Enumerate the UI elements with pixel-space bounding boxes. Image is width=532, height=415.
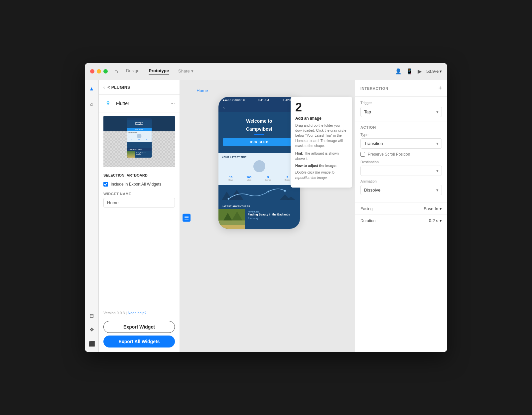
adventure-text: Adventures Finding Beauty in the Badland… bbox=[245, 209, 300, 229]
duration-select[interactable]: 0.2 s ▾ bbox=[429, 218, 442, 223]
interaction-title: INTERACTION bbox=[360, 86, 388, 90]
preserve-scroll-checkbox-field[interactable]: Preserve Scroll Position bbox=[360, 152, 442, 157]
zoom-control[interactable]: 53.9% ▾ bbox=[426, 69, 442, 74]
phone-home-icon: ⌂ bbox=[222, 106, 225, 110]
tab-design[interactable]: Design bbox=[126, 68, 139, 74]
duration-row: Duration 0.2 s ▾ bbox=[355, 215, 447, 226]
hamburger-line bbox=[185, 216, 189, 217]
type-value: Transition bbox=[364, 141, 383, 146]
chevron-down-icon: ▾ bbox=[440, 206, 442, 211]
selection-info: SELECTION: ARTBOARD bbox=[99, 171, 180, 180]
duration-label: Duration bbox=[360, 218, 375, 223]
phone-mockup: ●●●○○ Carrier ≋ 9:41 AM ✦ 42% 🔋 ⌂ ⌕ Welc… bbox=[218, 97, 300, 229]
help-panel: 2 Add an image Drag and drop the folder … bbox=[291, 97, 352, 188]
type-select-wrapper: Transition ▾ bbox=[360, 138, 442, 149]
blog-button[interactable]: OUR BLOG bbox=[223, 138, 295, 146]
tab-prototype[interactable]: Prototype bbox=[149, 68, 169, 74]
phone-nav-bar: ⌂ ⌕ bbox=[218, 103, 300, 112]
main-layout: ▲ ⌕ ⊟ ❖ ⬛ ‹ < PLUGINS bbox=[85, 80, 447, 352]
adventure-card: Adventures Finding Beauty in the Badland… bbox=[218, 209, 300, 229]
maximize-button[interactable] bbox=[103, 69, 108, 73]
traffic-lights bbox=[90, 69, 108, 73]
svg-marker-2 bbox=[106, 101, 110, 102]
step-number: 2 bbox=[295, 101, 347, 113]
type-row: Type Transition ▾ bbox=[360, 133, 442, 149]
easing-select[interactable]: Ease In ▾ bbox=[424, 206, 442, 211]
animation-label: Animation bbox=[360, 179, 442, 183]
action-section: ACTION Type Transition ▾ Preserve Scroll… bbox=[355, 121, 447, 203]
add-interaction-button[interactable]: + bbox=[438, 85, 442, 92]
tab-share[interactable]: Share ▾ bbox=[178, 68, 194, 74]
trigger-select[interactable]: Tap ▾ bbox=[360, 107, 442, 117]
help-text: Drag and drop the folder you downloaded.… bbox=[295, 123, 347, 148]
need-help-link[interactable]: Need help? bbox=[128, 311, 146, 315]
hamburger-button[interactable] bbox=[183, 214, 191, 222]
easing-value: Ease In bbox=[424, 206, 438, 211]
play-icon[interactable]: ▶ bbox=[418, 68, 422, 74]
how-to-title: How to adjust the image: bbox=[295, 164, 336, 168]
right-panel: INTERACTION + Trigger Tap ▾ ACTION Type bbox=[355, 80, 447, 352]
widget-name-section: WIDGET NAME bbox=[99, 189, 180, 209]
svg-rect-3 bbox=[218, 185, 300, 203]
device-icon[interactable]: 📱 bbox=[406, 68, 413, 74]
svg-point-7 bbox=[268, 191, 269, 193]
phone-hero: Welcome to Campvibes! OUR BLOG bbox=[218, 112, 300, 153]
version-row: Version 0.0.3 | Need help? bbox=[99, 308, 180, 318]
phone-status-bar: ●●●○○ Carrier ≋ 9:41 AM ✦ 42% 🔋 bbox=[218, 97, 300, 103]
chevron-down-icon: ▾ bbox=[436, 141, 438, 146]
select-tool-icon[interactable]: ▲ bbox=[87, 84, 96, 93]
hamburger-line bbox=[185, 217, 189, 218]
destination-select[interactable]: — ▾ bbox=[360, 166, 442, 176]
home-icon[interactable]: ⌂ bbox=[114, 68, 118, 75]
app-window: ⌂ Design Prototype Share ▾ 👤 📱 ▶ 53.9% ▾… bbox=[85, 63, 447, 352]
stat-miles: 160 Miles bbox=[246, 176, 251, 181]
latest-adventures-header: LATEST ADVENTURES bbox=[218, 203, 300, 209]
hint-label: Hint: bbox=[295, 151, 303, 155]
widget-name-input[interactable] bbox=[103, 198, 175, 208]
plugin-more-button[interactable]: ··· bbox=[171, 100, 175, 106]
chevron-down-icon: ▾ bbox=[440, 69, 442, 74]
destination-row: Destination — ▾ bbox=[360, 160, 442, 176]
animation-row: Animation Dissolve ▾ bbox=[360, 179, 442, 195]
adventure-title: Finding Beauty in the Badlands bbox=[248, 213, 297, 216]
trip-avatar bbox=[253, 160, 265, 172]
preserve-scroll-checkbox[interactable] bbox=[360, 152, 365, 157]
preserve-scroll-label: Preserve Scroll Position bbox=[368, 152, 410, 157]
animation-value: Dissolve bbox=[364, 188, 380, 193]
type-label: Type bbox=[360, 133, 442, 137]
svg-rect-13 bbox=[218, 225, 245, 229]
chevron-down-icon: ▾ bbox=[440, 218, 442, 223]
plugin-header: ‹ < PLUGINS bbox=[99, 80, 180, 95]
phone-map-section bbox=[218, 185, 300, 203]
export-all-widgets-button[interactable]: Export All Widgets bbox=[103, 336, 175, 347]
adventure-time: 2 hours ago bbox=[248, 217, 297, 219]
plugins-icon[interactable]: ⬛ bbox=[87, 339, 96, 348]
export-widget-button[interactable]: Export Widget bbox=[103, 321, 175, 333]
flutter-plugin-item[interactable]: Flutter ··· bbox=[99, 95, 180, 112]
phone-trip-section: YOUR LATEST TRIP ⏱ 10 Days 160 Miles bbox=[218, 153, 300, 185]
trigger-label: Trigger bbox=[360, 101, 442, 105]
search-icon[interactable]: ⌕ bbox=[87, 99, 96, 109]
icon-sidebar: ▲ ⌕ ⊟ ❖ ⬛ bbox=[85, 80, 99, 352]
include-export-checkbox-row[interactable]: Include in Export All Widgets bbox=[99, 180, 180, 189]
back-button[interactable]: ‹ bbox=[103, 85, 105, 90]
carrier-label: ●●●○○ Carrier ≋ bbox=[222, 98, 245, 102]
include-export-checkbox[interactable] bbox=[103, 182, 108, 187]
animation-select[interactable]: Dissolve ▾ bbox=[360, 185, 442, 195]
easing-row: Easing Ease In ▾ bbox=[355, 203, 447, 215]
chevron-down-icon: ▾ bbox=[436, 169, 438, 173]
user-icon[interactable]: 👤 bbox=[395, 68, 402, 74]
layers-icon[interactable]: ❖ bbox=[87, 325, 96, 334]
animation-select-wrapper: Dissolve ▾ bbox=[360, 185, 442, 195]
canvas-area: Home ●●●○○ Carrier ≋ 9:41 AM ✦ 42% 🔋 ⌂ ⌕… bbox=[180, 80, 355, 352]
minimize-button[interactable] bbox=[97, 69, 101, 73]
duration-value: 0.2 s bbox=[429, 218, 438, 223]
layout-icon[interactable]: ⊟ bbox=[87, 311, 96, 320]
close-button[interactable] bbox=[90, 69, 94, 73]
trigger-select-wrapper: Tap ▾ bbox=[360, 107, 442, 117]
titlebar: ⌂ Design Prototype Share ▾ 👤 📱 ▶ 53.9% ▾ bbox=[85, 63, 447, 80]
help-hint: Hint: The artboard is shown above it. bbox=[295, 151, 347, 162]
chevron-down-icon: ▾ bbox=[436, 188, 438, 192]
type-select[interactable]: Transition ▾ bbox=[360, 138, 442, 149]
how-to-text: Double-click the image to reposition the… bbox=[295, 170, 347, 180]
